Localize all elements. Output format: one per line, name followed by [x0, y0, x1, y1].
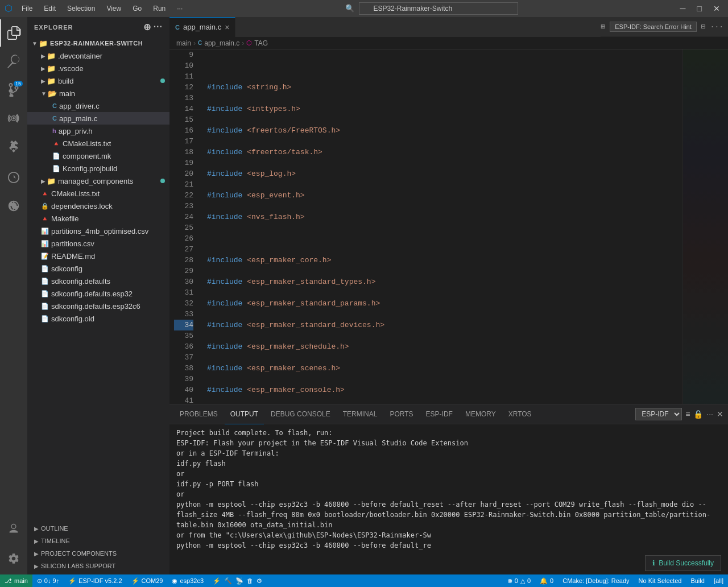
- root-folder[interactable]: ▼ 📁 ESP32-RAINMAKER-SWITCH: [27, 37, 169, 49]
- tab-app-main[interactable]: C app_main.c ×: [169, 17, 235, 37]
- menu-file[interactable]: File: [17, 3, 37, 14]
- activity-search[interactable]: [0, 48, 27, 75]
- status-com-port[interactable]: ⚡ COM29: [127, 574, 168, 587]
- title-bar: ⬡ File Edit Selection View Go Run ··· 🔍 …: [0, 0, 728, 17]
- status-errors[interactable]: ⊗ 0 △ 0: [503, 574, 535, 587]
- vscode-icon: 📁: [47, 64, 56, 73]
- panel-tab-debug-console[interactable]: DEBUG CONSOLE: [265, 404, 336, 424]
- new-file-icon[interactable]: ⊕: [143, 22, 151, 32]
- main-folder[interactable]: ▼ 📂 main: [27, 87, 169, 100]
- menu-more[interactable]: ···: [172, 3, 187, 14]
- status-esp-idf[interactable]: ⚡ ESP-IDF v5.2.2: [64, 574, 126, 587]
- root-folder-arrow: ▼: [32, 40, 38, 47]
- partitions-file[interactable]: 📊 partitions.csv: [27, 237, 169, 250]
- activity-extensions[interactable]: [0, 133, 27, 160]
- error-count: 0: [515, 577, 518, 584]
- breadcrumb-file[interactable]: app_main.c: [204, 39, 239, 47]
- close-button[interactable]: ✕: [710, 4, 723, 13]
- build-icon[interactable]: 🔨: [224, 577, 232, 585]
- partitions-4mb-file[interactable]: 📊 partitions_4mb_optimised.csv: [27, 225, 169, 237]
- status-sync[interactable]: ⊙ 0↓ 9↑: [32, 574, 64, 587]
- minimize-button[interactable]: ─: [677, 4, 689, 13]
- menu-view[interactable]: View: [102, 3, 126, 14]
- cmakelists-root-file[interactable]: 🔺 CMakeLists.txt: [27, 187, 169, 200]
- cmakelists-root-icon: 🔺: [41, 190, 49, 197]
- activity-settings[interactable]: [0, 545, 27, 572]
- activity-remote[interactable]: [0, 192, 27, 220]
- build-folder[interactable]: ▶ 📁 build: [27, 75, 169, 87]
- sdkconfig-old-file[interactable]: 📄 sdkconfig.old: [27, 312, 169, 325]
- status-all[interactable]: [all]: [709, 574, 728, 587]
- managed-components-folder[interactable]: ▶ 📁 managed_components: [27, 175, 169, 187]
- kconfig-icon: 📄: [52, 165, 60, 172]
- project-components-section[interactable]: ▶ PROJECT COMPONENTS: [27, 547, 169, 560]
- readme-file[interactable]: 📝 README.md: [27, 250, 169, 262]
- panel-list-icon[interactable]: ≡: [685, 410, 690, 419]
- activity-esp-idf[interactable]: [0, 164, 27, 191]
- panel-lock-icon[interactable]: 🔒: [693, 410, 703, 419]
- more-actions-editor-icon[interactable]: ···: [710, 23, 723, 31]
- activity-run[interactable]: [0, 105, 27, 132]
- idf-icon[interactable]: 🗑: [247, 577, 253, 584]
- maximize-button[interactable]: □: [694, 4, 705, 13]
- menu-go[interactable]: Go: [128, 3, 146, 14]
- code-editor[interactable]: #include <string.h> #include <inttypes.h…: [198, 49, 682, 404]
- activity-explorer[interactable]: [0, 19, 27, 47]
- split-editor-icon[interactable]: ⊞: [601, 22, 605, 31]
- makefile-name: Makefile: [51, 214, 78, 223]
- breadcrumb-c-icon: C: [198, 40, 202, 46]
- status-no-kit[interactable]: No Kit Selected: [634, 574, 686, 587]
- silicon-labs-section[interactable]: ▶ SILICON LABS SUPPORT: [27, 560, 169, 572]
- activity-account[interactable]: [0, 515, 27, 543]
- menu-selection[interactable]: Selection: [63, 3, 100, 14]
- output-line-1: Project build complete. To flash, run:: [176, 428, 721, 438]
- esp-icon: ⚡: [68, 577, 76, 585]
- dependencies-file[interactable]: 🔒 dependencies.lock: [27, 200, 169, 212]
- makefile-file[interactable]: 🔺 Makefile: [27, 212, 169, 225]
- monitor-icon[interactable]: 📡: [235, 577, 243, 585]
- build-success-notification: ℹ Build Successfully: [645, 555, 721, 571]
- panel-tab-output[interactable]: OUTPUT: [225, 404, 264, 424]
- sdkconfig-file[interactable]: 📄 sdkconfig: [27, 262, 169, 275]
- status-cmake-debug[interactable]: CMake: [Debug]: Ready: [558, 574, 634, 587]
- vscode-folder[interactable]: ▶ 📁 .vscode: [27, 62, 169, 75]
- breadcrumb-symbol[interactable]: TAG: [254, 39, 268, 47]
- panel-tab-terminal[interactable]: TERMINAL: [337, 404, 383, 424]
- more-actions-icon[interactable]: ···: [154, 22, 163, 32]
- output-source-select[interactable]: ESP-IDF: [635, 408, 682, 420]
- panel-tab-memory[interactable]: MEMORY: [460, 404, 502, 424]
- outline-section[interactable]: ▶ OUTLINE: [27, 522, 169, 535]
- title-search[interactable]: [359, 2, 518, 15]
- status-build[interactable]: Build: [686, 574, 709, 587]
- component-mk-file[interactable]: 📄 component.mk: [27, 150, 169, 162]
- layout-icon[interactable]: ⊟: [701, 22, 706, 31]
- app-main-file[interactable]: C app_main.c: [27, 112, 169, 125]
- app-priv-file[interactable]: h app_priv.h: [27, 125, 169, 137]
- status-notifications[interactable]: 🔔 0: [535, 574, 558, 587]
- panel-more-icon[interactable]: ···: [706, 410, 713, 419]
- status-target[interactable]: ◉ esp32c3: [167, 574, 208, 587]
- search-error-hint-button[interactable]: ESP-IDF: Search Error Hint: [610, 22, 696, 32]
- panel-close-icon[interactable]: ✕: [717, 410, 723, 419]
- activity-source-control[interactable]: 15: [0, 76, 27, 104]
- menu-run[interactable]: Run: [148, 3, 170, 14]
- panel-tab-esp-idf[interactable]: ESP-IDF: [420, 404, 458, 424]
- breadcrumb-main[interactable]: main: [176, 39, 191, 47]
- timeline-section[interactable]: ▶ TIMELINE: [27, 535, 169, 547]
- openocd-icon[interactable]: ⚙: [257, 577, 262, 585]
- status-branch[interactable]: ⎇ main: [0, 574, 32, 587]
- devcontainer-folder[interactable]: ▶ 📁 .devcontainer: [27, 49, 169, 62]
- tab-close-icon[interactable]: ×: [225, 23, 229, 32]
- app-driver-file[interactable]: C app_driver.c: [27, 100, 169, 112]
- sdkconfig-esp32-file[interactable]: 📄 sdkconfig.defaults.esp32: [27, 287, 169, 300]
- flash-icon[interactable]: ⚡: [213, 577, 221, 585]
- panel-tab-xrtos[interactable]: XRTOS: [503, 404, 537, 424]
- kconfig-file[interactable]: 📄 Kconfig.projbuild: [27, 162, 169, 175]
- panel-tab-problems[interactable]: PROBLEMS: [174, 404, 224, 424]
- menu-edit[interactable]: Edit: [39, 3, 60, 14]
- sdkconfig-esp32c6-file[interactable]: 📄 sdkconfig.defaults.esp32c6: [27, 300, 169, 312]
- explorer-header: EXPLORER ⊕ ···: [27, 17, 169, 37]
- panel-tab-ports[interactable]: PORTS: [384, 404, 419, 424]
- cmakelists-main-file[interactable]: 🔺 CMakeLists.txt: [27, 137, 169, 150]
- sdkconfig-defaults-file[interactable]: 📄 sdkconfig.defaults: [27, 275, 169, 287]
